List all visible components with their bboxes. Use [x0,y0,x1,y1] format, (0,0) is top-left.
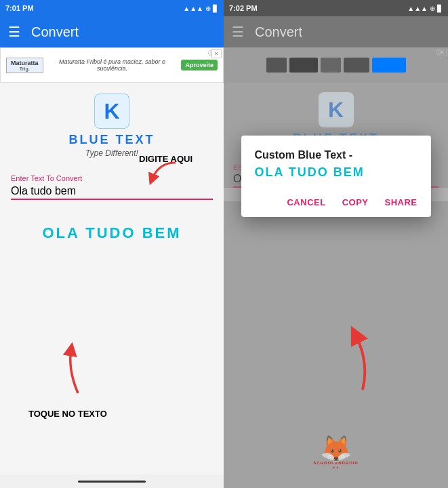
ad-banner-left: Maturatta Trig. Maturatta Fribol é pura … [0,47,224,83]
red-arrow-input [145,159,179,186]
battery-icon: ▊ [213,5,218,12]
dialog-box: Custom Blue Text - OLA TUDO BEM CANCEL C… [241,136,431,217]
input-label-left: Enter Text To Convert [11,174,213,182]
bottom-indicator-left [0,474,224,488]
top-bar-left: ☰ Convert [0,16,224,47]
app-title-left: Convert [31,24,79,40]
k-logo-left: K [94,94,129,129]
converted-area-left[interactable]: OLA TUDO BEM TOQUE NO TEXTO [0,200,224,474]
share-button[interactable]: SHARE [384,193,417,211]
ad-button[interactable]: Aproveite [181,60,218,70]
hamburger-icon[interactable]: ☰ [8,24,20,40]
status-time-left: 7:01 PM [5,4,34,12]
text-input-left[interactable] [11,184,213,200]
input-area-left: DIGITE AQUI Enter Text To Convert [0,161,224,200]
signal-icon: ▲▲▲ [183,5,203,12]
status-bar-left: 7:01 PM ▲▲▲ ⊕ ▊ [0,0,224,16]
blue-text-title-left: BLUE TEXT [68,133,155,147]
converted-text-left[interactable]: OLA TUDO BEM [42,224,181,242]
ad-close-icon[interactable]: ✕ [211,49,222,58]
type-different-left: Type Different! [85,148,138,158]
ad-logo: Maturatta Trig. [6,58,43,73]
bottom-line-left [78,481,146,483]
dialog-title: Custom Blue Text - [255,149,418,161]
dialog-overlay: Custom Blue Text - OLA TUDO BEM CANCEL C… [224,0,448,488]
left-panel: 7:01 PM ▲▲▲ ⊕ ▊ ☰ Convert Maturatta Trig… [0,0,224,488]
app-logo-area-left: K BLUE TEXT Type Different! [0,83,224,161]
cancel-button[interactable]: CANCEL [287,193,325,211]
dialog-converted-text: OLA TUDO BEM [255,165,418,180]
status-icons-left: ▲▲▲ ⊕ ▊ [183,5,218,12]
wifi-icon: ⊕ [205,5,211,12]
toque-no-texto-label: TOQUE NO TEXTO [28,409,107,420]
dialog-actions: CANCEL COPY SHARE [255,190,418,211]
ad-text: Maturatta Fribol é pura maciez, sabor e … [43,58,182,72]
right-panel: 7:02 PM ▲▲▲ ⊕ ▊ ☰ Convert ⓘ ✕ K BLUE TEX… [224,0,448,488]
red-arrow-copy [322,322,390,396]
copy-button[interactable]: COPY [342,193,369,211]
red-arrow-up-left [54,342,102,396]
